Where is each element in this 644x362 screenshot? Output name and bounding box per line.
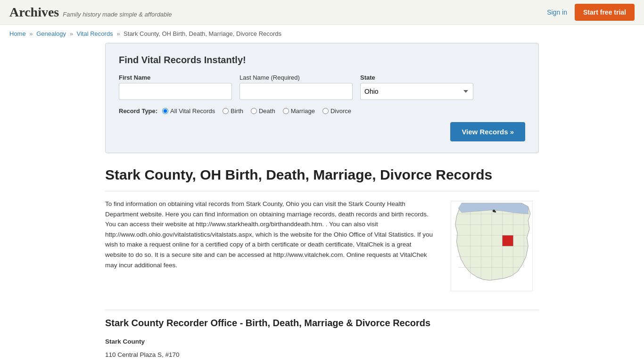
record-type-death[interactable]: Death <box>251 107 275 115</box>
view-records-row: View Records » <box>119 122 525 141</box>
radio-all-vital[interactable] <box>162 108 168 114</box>
site-logo: Archives <box>9 5 59 20</box>
breadcrumb-home[interactable]: Home <box>9 30 26 37</box>
state-label: State <box>360 74 473 81</box>
office-name: Stark County <box>105 336 539 347</box>
search-fields: First Name Last Name (Required) State Al… <box>119 74 525 100</box>
start-trial-button[interactable]: Start free trial <box>575 4 635 21</box>
svg-rect-15 <box>503 235 513 246</box>
record-type-row: Record Type: All Vital Records Birth Dea… <box>119 107 525 115</box>
logo-area: Archives Family history made simple & af… <box>9 5 172 20</box>
last-name-label: Last Name (Required) <box>239 74 353 81</box>
section-heading: Stark County Recorder Office - Birth, De… <box>105 310 539 329</box>
first-name-field-group: First Name <box>119 74 232 100</box>
page-title: Stark County, OH Birth, Death, Marriage,… <box>105 166 539 183</box>
main-content: Find Vital Records Instantly! First Name… <box>96 43 548 362</box>
record-type-all[interactable]: All Vital Records <box>162 107 215 115</box>
breadcrumb-sep3: » <box>116 30 120 37</box>
content-body: To find information on obtaining vital r… <box>105 199 433 295</box>
svg-point-17 <box>494 211 496 213</box>
header-actions: Sign in Start free trial <box>547 4 635 21</box>
last-name-field-group: Last Name (Required) <box>239 74 353 100</box>
first-name-label: First Name <box>119 74 232 81</box>
content-section: To find information on obtaining vital r… <box>105 191 539 295</box>
state-field-group: State All United States Alabama Alaska A… <box>360 74 473 100</box>
ohio-map-svg <box>445 199 539 293</box>
site-header: Archives Family history made simple & af… <box>0 0 644 25</box>
office-details: Stark County 110 Central Plaza S, #170 C… <box>105 336 539 362</box>
view-records-button[interactable]: View Records » <box>450 122 525 141</box>
search-title: Find Vital Records Instantly! <box>119 55 525 66</box>
breadcrumb-current: Stark County, OH Birth, Death, Marriage,… <box>124 30 281 37</box>
last-name-input[interactable] <box>239 83 353 100</box>
breadcrumb-sep2: » <box>70 30 73 37</box>
record-type-divorce[interactable]: Divorce <box>322 107 351 115</box>
state-select[interactable]: All United States Alabama Alaska Arizona… <box>360 83 473 100</box>
radio-divorce[interactable] <box>322 108 329 114</box>
ohio-map <box>445 199 539 295</box>
breadcrumb-genealogy[interactable]: Genealogy <box>36 30 66 37</box>
breadcrumb-vital-records[interactable]: Vital Records <box>77 30 113 37</box>
site-tagline: Family history made simple & affordable <box>63 11 172 18</box>
record-type-label: Record Type: <box>119 107 157 115</box>
record-type-marriage[interactable]: Marriage <box>283 107 315 115</box>
search-box: Find Vital Records Instantly! First Name… <box>105 43 539 153</box>
radio-marriage[interactable] <box>283 108 289 114</box>
office-address1: 110 Central Plaza S, #170 <box>105 349 539 361</box>
radio-death[interactable] <box>251 108 257 114</box>
record-type-birth[interactable]: Birth <box>223 107 243 115</box>
breadcrumb: Home » Genealogy » Vital Records » Stark… <box>0 25 644 43</box>
radio-birth[interactable] <box>223 108 229 114</box>
breadcrumb-sep1: » <box>29 30 33 37</box>
svg-marker-1 <box>455 203 530 280</box>
first-name-input[interactable] <box>119 83 232 100</box>
sign-in-link[interactable]: Sign in <box>547 8 567 16</box>
